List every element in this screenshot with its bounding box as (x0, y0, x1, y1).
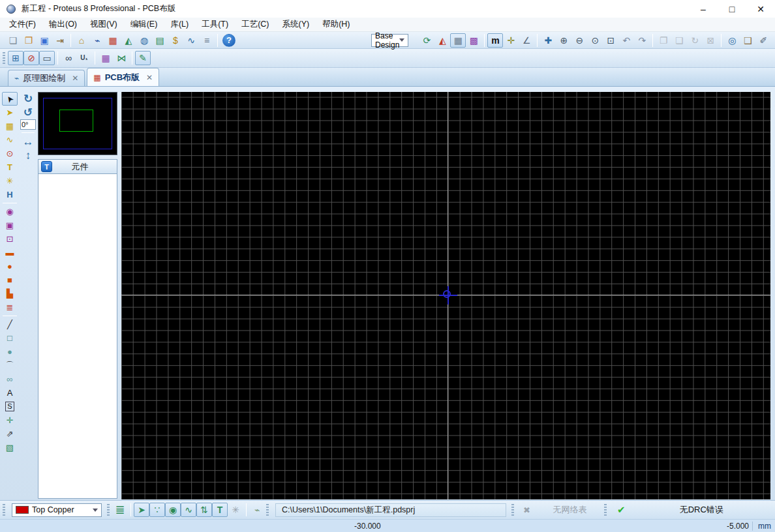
2d-path-mode-button[interactable]: ∞ (2, 372, 18, 386)
2d-symbol-mode-button[interactable]: S (2, 400, 18, 413)
toggle-ratsnest-button[interactable]: ⇅ (196, 503, 212, 517)
zoom-all-button[interactable]: ⊙ (587, 33, 603, 48)
toolbar-grip[interactable] (511, 504, 514, 516)
make-device-button[interactable]: ✐ (755, 33, 771, 48)
maximize-button[interactable]: □ (718, 0, 746, 18)
toggle-tracks-button[interactable]: ∿ (181, 503, 196, 517)
zoom-in-button[interactable]: ⊕ (556, 33, 571, 48)
toggle-pads-button[interactable]: ∵ (149, 503, 165, 517)
auto-trace-selection-button[interactable]: ⊞ (8, 51, 23, 65)
layer-selector[interactable]: Top Copper (12, 503, 102, 517)
block-delete-button[interactable]: ⊠ (703, 33, 718, 48)
edge-pad-mode-button[interactable]: ▬ (2, 246, 18, 259)
search-components-button[interactable]: ∞ (61, 51, 76, 65)
false-origin-button[interactable]: ✛ (503, 33, 519, 48)
redo-button[interactable]: ↷ (634, 33, 650, 48)
menu-edit[interactable]: 编辑(E) (124, 18, 164, 31)
home-page-button[interactable]: ⌂ (74, 33, 89, 48)
menu-system[interactable]: 系统(Y) (275, 18, 316, 31)
menu-output[interactable]: 输出(O) (42, 18, 84, 31)
smt-square-pad-mode-button[interactable]: ■ (2, 273, 18, 287)
menu-tools[interactable]: 工具(T) (195, 18, 235, 31)
layer-colours-button[interactable]: ▩ (466, 33, 481, 48)
design-rule-manager-button[interactable]: ▦ (98, 51, 114, 65)
rotate-clockwise-button[interactable]: ↻ (21, 92, 35, 105)
toggle-vias-button[interactable]: ◉ (165, 503, 181, 517)
selection-mode-button[interactable]: ➤ (2, 92, 18, 106)
close-button[interactable]: ✕ (746, 0, 775, 18)
polar-coordinates-button[interactable]: ∠ (519, 33, 534, 48)
tab-pcb-layout[interactable]: ▦ PCB布版 ✕ (87, 68, 159, 86)
trace-style-button[interactable]: ⌁ (249, 503, 265, 517)
tab-schematic-capture[interactable]: ⌁ 原理图绘制 ✕ (8, 70, 85, 86)
toolbar-grip[interactable] (3, 504, 5, 516)
block-copy-button[interactable]: ❐ (656, 33, 671, 48)
rotate-anticlockwise-button[interactable]: ↺ (21, 106, 35, 119)
block-move-button[interactable]: ❏ (671, 33, 687, 48)
menu-library[interactable]: 库(L) (164, 18, 195, 31)
toolbar-grip[interactable] (3, 52, 5, 64)
toolbar-grip[interactable] (604, 504, 607, 516)
zoom-to-component-button[interactable]: ◎ (724, 33, 740, 48)
menu-technology[interactable]: 工艺(C) (235, 18, 275, 31)
component-mode-button[interactable]: ➤ (2, 106, 18, 119)
2d-circle-mode-button[interactable]: ● (2, 345, 18, 359)
via-mode-button[interactable]: ⊙ (2, 147, 18, 160)
toggle-components-button[interactable]: ➤ (134, 503, 149, 517)
measure-button[interactable]: ✎ (135, 51, 151, 65)
layer-stack-button[interactable]: ≣ (112, 503, 128, 517)
zone-mode-button[interactable]: ▧ (2, 441, 18, 454)
open-project-button[interactable]: ❐ (21, 33, 37, 48)
dil-pad-mode-button[interactable]: ⊡ (2, 232, 18, 246)
pan-button[interactable]: ✚ (540, 33, 556, 48)
schematic-capture-button[interactable]: ⌁ (89, 33, 105, 48)
metric-toggle-button[interactable]: m (487, 33, 503, 48)
gerber-viewer-button[interactable]: ◍ (136, 33, 152, 48)
flip-layer-button[interactable]: ◭ (434, 33, 450, 48)
save-project-button[interactable]: ▣ (37, 33, 52, 48)
package-mode-button[interactable]: ▦ (2, 119, 18, 133)
bill-of-materials-button[interactable]: $ (168, 33, 183, 48)
auto-router-button[interactable]: ⋈ (114, 51, 129, 65)
design-explorer-button[interactable]: ▤ (152, 33, 168, 48)
menu-help[interactable]: 帮助(H) (316, 18, 356, 31)
smt-polygon-pad-mode-button[interactable]: ▙ (2, 287, 18, 301)
project-notes-button[interactable]: ≡ (199, 33, 215, 48)
redraw-button[interactable]: ⟳ (419, 33, 434, 48)
2d-box-mode-button[interactable]: □ (2, 331, 18, 345)
overview-minimap[interactable] (38, 92, 117, 155)
close-tab-icon[interactable]: ✕ (146, 73, 153, 82)
select-filter-button[interactable]: ▭ (39, 51, 55, 65)
zoom-area-button[interactable]: ⊡ (603, 33, 618, 48)
simulation-meter-button[interactable]: ∿ (183, 33, 199, 48)
toolbar-grip[interactable] (107, 504, 110, 516)
round-pad-mode-button[interactable]: ◉ (2, 205, 18, 218)
dimension-mode-button[interactable]: ⇗ (2, 427, 18, 441)
pcb-editing-canvas[interactable] (121, 92, 770, 499)
track-mode-button[interactable]: ∿ (2, 133, 18, 147)
close-tab-icon[interactable]: ✕ (72, 74, 78, 83)
menu-file[interactable]: 文件(F) (3, 18, 42, 31)
square-pad-mode-button[interactable]: ▣ (2, 218, 18, 232)
design-selector[interactable]: Base Design (371, 34, 408, 47)
pcb-layout-button[interactable]: ▦ (105, 33, 121, 48)
net-highlight-mode-button[interactable]: H (2, 188, 18, 201)
padstack-mode-button[interactable]: ≣ (2, 301, 18, 314)
toggle-force-vectors-button[interactable]: ✳ (228, 503, 243, 517)
2d-arc-mode-button[interactable]: ⌒ (2, 359, 18, 372)
rotation-angle-field[interactable] (20, 119, 36, 130)
new-package-button[interactable]: ❑ (740, 33, 755, 48)
zoom-out-button[interactable]: ⊖ (571, 33, 587, 48)
help-button[interactable]: ? (222, 34, 236, 47)
marker-mode-button[interactable]: ✛ (2, 413, 18, 427)
connectivity-highlight-mode-button[interactable]: T (2, 160, 18, 174)
import-project-button[interactable]: ⇥ (52, 33, 68, 48)
toolbar-grip[interactable] (266, 504, 269, 516)
ratsnest-mode-button[interactable]: ✳ (2, 174, 18, 188)
3d-visualizer-button[interactable]: ◭ (121, 33, 136, 48)
menu-view[interactable]: 视图(V) (84, 18, 124, 31)
2d-text-mode-button[interactable]: A (2, 386, 18, 400)
trace-angle-lock-button[interactable]: ⊘ (23, 51, 39, 65)
auto-annotate-button[interactable]: U₁ (76, 51, 92, 65)
undo-button[interactable]: ↶ (618, 33, 634, 48)
